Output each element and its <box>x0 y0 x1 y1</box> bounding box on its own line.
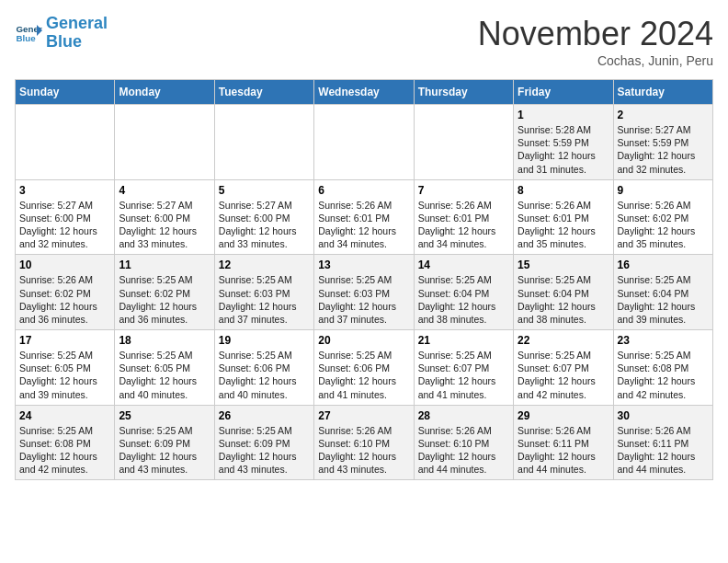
day-info: Sunrise: 5:27 AM Sunset: 6:00 PM Dayligh… <box>19 199 110 251</box>
calendar-cell: 5Sunrise: 5:27 AM Sunset: 6:00 PM Daylig… <box>214 179 313 255</box>
day-info: Sunrise: 5:26 AM Sunset: 6:10 PM Dayligh… <box>418 424 509 477</box>
day-info: Sunrise: 5:26 AM Sunset: 6:10 PM Dayligh… <box>318 424 409 477</box>
day-number: 8 <box>518 184 609 197</box>
day-number: 10 <box>19 259 110 271</box>
day-number: 27 <box>318 409 409 422</box>
logo: General Blue GeneralBlue <box>15 15 108 52</box>
calendar-cell <box>414 105 513 180</box>
calendar-cell: 13Sunrise: 5:25 AM Sunset: 6:03 PM Dayli… <box>314 255 414 330</box>
weekday-header-monday: Monday <box>115 80 214 105</box>
day-info: Sunrise: 5:25 AM Sunset: 6:08 PM Dayligh… <box>618 349 709 401</box>
day-number: 29 <box>518 409 609 422</box>
day-number: 17 <box>19 334 110 347</box>
day-info: Sunrise: 5:25 AM Sunset: 6:05 PM Dayligh… <box>19 349 110 401</box>
page-header: General Blue GeneralBlue November 2024 C… <box>15 15 713 68</box>
calendar-cell: 11Sunrise: 5:25 AM Sunset: 6:02 PM Dayli… <box>115 255 214 330</box>
calendar-cell <box>314 105 414 180</box>
day-number: 30 <box>618 409 709 422</box>
calendar-header-row: SundayMondayTuesdayWednesdayThursdayFrid… <box>16 80 713 105</box>
day-info: Sunrise: 5:26 AM Sunset: 6:01 PM Dayligh… <box>518 199 609 251</box>
calendar-cell: 9Sunrise: 5:26 AM Sunset: 6:02 PM Daylig… <box>613 179 712 255</box>
day-info: Sunrise: 5:27 AM Sunset: 5:59 PM Dayligh… <box>618 123 709 176</box>
calendar-cell: 7Sunrise: 5:26 AM Sunset: 6:01 PM Daylig… <box>414 179 513 255</box>
day-number: 20 <box>318 334 409 347</box>
day-info: Sunrise: 5:25 AM Sunset: 6:09 PM Dayligh… <box>119 424 210 477</box>
day-info: Sunrise: 5:25 AM Sunset: 6:04 PM Dayligh… <box>418 273 509 326</box>
calendar-cell <box>214 105 313 180</box>
calendar-cell: 3Sunrise: 5:27 AM Sunset: 6:00 PM Daylig… <box>16 179 115 255</box>
day-number: 5 <box>219 184 310 197</box>
calendar-cell: 25Sunrise: 5:25 AM Sunset: 6:09 PM Dayli… <box>115 405 214 480</box>
day-info: Sunrise: 5:27 AM Sunset: 6:00 PM Dayligh… <box>119 199 210 251</box>
day-info: Sunrise: 5:26 AM Sunset: 6:01 PM Dayligh… <box>418 199 509 251</box>
day-info: Sunrise: 5:25 AM Sunset: 6:06 PM Dayligh… <box>219 349 310 401</box>
calendar-cell: 26Sunrise: 5:25 AM Sunset: 6:09 PM Dayli… <box>214 405 313 480</box>
day-info: Sunrise: 5:25 AM Sunset: 6:04 PM Dayligh… <box>518 273 609 326</box>
day-number: 12 <box>219 259 310 271</box>
day-number: 11 <box>119 259 210 271</box>
day-info: Sunrise: 5:25 AM Sunset: 6:07 PM Dayligh… <box>518 349 609 401</box>
day-number: 9 <box>618 184 709 197</box>
title-block: November 2024 Cochas, Junin, Peru <box>478 15 713 68</box>
weekday-header-saturday: Saturday <box>613 80 712 105</box>
calendar-cell: 15Sunrise: 5:25 AM Sunset: 6:04 PM Dayli… <box>514 255 613 330</box>
calendar-week-5: 24Sunrise: 5:25 AM Sunset: 6:08 PM Dayli… <box>16 405 713 480</box>
calendar-cell: 16Sunrise: 5:25 AM Sunset: 6:04 PM Dayli… <box>613 255 712 330</box>
day-number: 7 <box>418 184 509 197</box>
calendar-cell: 27Sunrise: 5:26 AM Sunset: 6:10 PM Dayli… <box>314 405 414 480</box>
logo-icon: General Blue <box>15 19 42 47</box>
calendar-cell: 18Sunrise: 5:25 AM Sunset: 6:05 PM Dayli… <box>115 330 214 406</box>
day-number: 28 <box>418 409 509 422</box>
calendar-cell: 1Sunrise: 5:28 AM Sunset: 5:59 PM Daylig… <box>514 105 613 180</box>
day-info: Sunrise: 5:25 AM Sunset: 6:06 PM Dayligh… <box>318 349 409 401</box>
day-number: 22 <box>518 334 609 347</box>
calendar-cell: 22Sunrise: 5:25 AM Sunset: 6:07 PM Dayli… <box>514 330 613 406</box>
day-number: 2 <box>618 109 709 121</box>
weekday-header-sunday: Sunday <box>16 80 115 105</box>
weekday-header-friday: Friday <box>514 80 613 105</box>
svg-text:Blue: Blue <box>17 33 37 43</box>
calendar-cell <box>16 105 115 180</box>
calendar-cell: 6Sunrise: 5:26 AM Sunset: 6:01 PM Daylig… <box>314 179 414 255</box>
day-number: 15 <box>518 259 609 271</box>
calendar-body: 1Sunrise: 5:28 AM Sunset: 5:59 PM Daylig… <box>16 105 713 480</box>
calendar-week-2: 3Sunrise: 5:27 AM Sunset: 6:00 PM Daylig… <box>16 179 713 255</box>
weekday-header-thursday: Thursday <box>414 80 513 105</box>
calendar-cell: 12Sunrise: 5:25 AM Sunset: 6:03 PM Dayli… <box>214 255 313 330</box>
day-number: 16 <box>618 259 709 271</box>
day-info: Sunrise: 5:27 AM Sunset: 6:00 PM Dayligh… <box>219 199 310 251</box>
day-number: 24 <box>19 409 110 422</box>
day-info: Sunrise: 5:26 AM Sunset: 6:01 PM Dayligh… <box>318 199 409 251</box>
calendar-week-4: 17Sunrise: 5:25 AM Sunset: 6:05 PM Dayli… <box>16 330 713 406</box>
calendar-cell: 19Sunrise: 5:25 AM Sunset: 6:06 PM Dayli… <box>214 330 313 406</box>
day-info: Sunrise: 5:25 AM Sunset: 6:04 PM Dayligh… <box>618 273 709 326</box>
calendar-cell: 2Sunrise: 5:27 AM Sunset: 5:59 PM Daylig… <box>613 105 712 180</box>
calendar-cell: 8Sunrise: 5:26 AM Sunset: 6:01 PM Daylig… <box>514 179 613 255</box>
calendar-table: SundayMondayTuesdayWednesdayThursdayFrid… <box>15 79 713 480</box>
logo-text: GeneralBlue <box>46 15 108 52</box>
calendar-cell: 30Sunrise: 5:26 AM Sunset: 6:11 PM Dayli… <box>613 405 712 480</box>
day-info: Sunrise: 5:25 AM Sunset: 6:09 PM Dayligh… <box>219 424 310 477</box>
day-number: 1 <box>518 109 609 121</box>
calendar-week-3: 10Sunrise: 5:26 AM Sunset: 6:02 PM Dayli… <box>16 255 713 330</box>
calendar-cell: 10Sunrise: 5:26 AM Sunset: 6:02 PM Dayli… <box>16 255 115 330</box>
day-number: 4 <box>119 184 210 197</box>
day-info: Sunrise: 5:26 AM Sunset: 6:11 PM Dayligh… <box>518 424 609 477</box>
day-number: 23 <box>618 334 709 347</box>
day-info: Sunrise: 5:25 AM Sunset: 6:03 PM Dayligh… <box>318 273 409 326</box>
day-info: Sunrise: 5:26 AM Sunset: 6:11 PM Dayligh… <box>618 424 709 477</box>
day-info: Sunrise: 5:25 AM Sunset: 6:03 PM Dayligh… <box>219 273 310 326</box>
day-number: 6 <box>318 184 409 197</box>
location: Cochas, Junin, Peru <box>478 53 713 68</box>
calendar-cell: 24Sunrise: 5:25 AM Sunset: 6:08 PM Dayli… <box>16 405 115 480</box>
calendar-cell <box>115 105 214 180</box>
calendar-cell: 4Sunrise: 5:27 AM Sunset: 6:00 PM Daylig… <box>115 179 214 255</box>
day-info: Sunrise: 5:26 AM Sunset: 6:02 PM Dayligh… <box>618 199 709 251</box>
day-number: 25 <box>119 409 210 422</box>
day-number: 26 <box>219 409 310 422</box>
calendar-cell: 21Sunrise: 5:25 AM Sunset: 6:07 PM Dayli… <box>414 330 513 406</box>
calendar-cell: 14Sunrise: 5:25 AM Sunset: 6:04 PM Dayli… <box>414 255 513 330</box>
day-number: 21 <box>418 334 509 347</box>
month-title: November 2024 <box>478 15 713 53</box>
day-info: Sunrise: 5:25 AM Sunset: 6:08 PM Dayligh… <box>19 424 110 477</box>
